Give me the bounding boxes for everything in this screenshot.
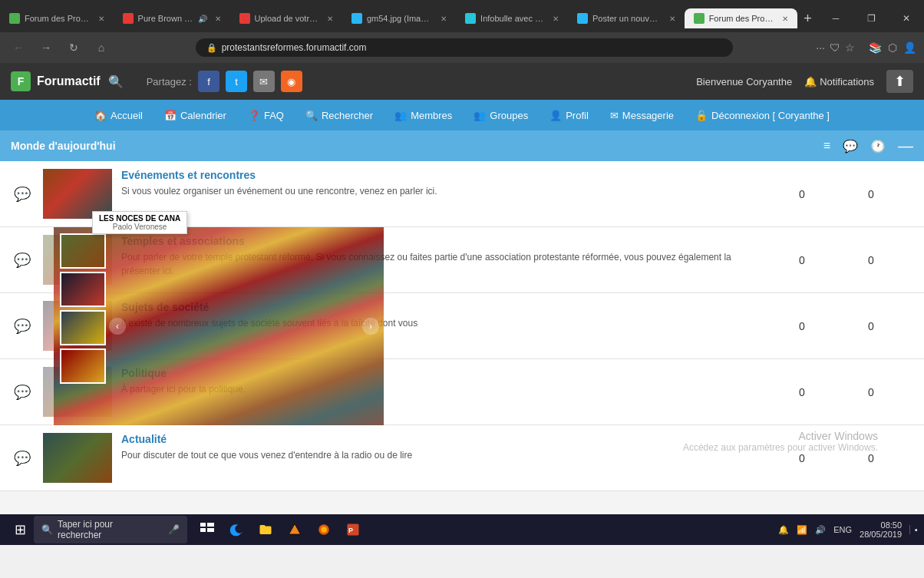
tooltip-subtitle: Paolo Veronese <box>99 223 180 231</box>
home-nav-icon: 🏠 <box>94 110 107 121</box>
home-button[interactable]: ⌂ <box>91 37 112 58</box>
svg-rect-0 <box>200 523 206 527</box>
section-title: Monde d'aujourd'hui <box>11 140 116 152</box>
nav-accueil-label: Accueil <box>111 110 143 121</box>
taskbar-app-firefox[interactable] <box>310 516 338 543</box>
taskbar-notification-icon[interactable]: 🔔 <box>778 525 789 535</box>
notifications-button[interactable]: 🔔 Notifications <box>804 76 874 88</box>
tab-1[interactable]: Forum des Prote... ✕ <box>0 8 114 28</box>
upload-button[interactable]: ⬆ <box>886 70 913 93</box>
svg-rect-1 <box>207 523 214 527</box>
forum-topbar: F Forumactif 🔍 Partagez : f t ✉ ◉ Bienve… <box>0 63 924 100</box>
taskbar-network-icon[interactable]: 📶 <box>797 525 807 535</box>
forum-counts-2: 0 0 <box>760 235 913 285</box>
back-button[interactable]: ← <box>8 37 29 58</box>
tab-close-4[interactable]: ✕ <box>441 15 447 23</box>
posts-icon: ≡ <box>823 139 830 153</box>
tab-favicon-5 <box>465 13 476 24</box>
nav-rechercher[interactable]: 🔍 Rechercher <box>295 102 384 129</box>
collapse-button[interactable]: — <box>898 137 913 155</box>
tab-favicon-1 <box>9 13 20 24</box>
share-section: Partagez : f t ✉ ◉ <box>147 71 302 92</box>
nav-accueil[interactable]: 🏠 Accueil <box>84 102 153 129</box>
deconnexion-icon: 🔓 <box>695 110 708 121</box>
forum-count2-2: 0 <box>860 254 883 266</box>
nav-deconnexion[interactable]: 🔓 Déconnexion [ Coryanthe ] <box>685 102 840 129</box>
nav-groupes-label: Groupes <box>490 110 528 121</box>
tab-favicon-6 <box>577 13 588 24</box>
taskbar-app-edge[interactable] <box>223 516 250 543</box>
search-placeholder: Taper ici pour rechercher <box>58 519 157 540</box>
tab-2[interactable]: Pure Brown N... 🔊 ✕ <box>114 8 230 28</box>
tab-6[interactable]: Poster un nouvea... ✕ <box>568 8 685 28</box>
share-rss-button[interactable]: ◉ <box>281 71 302 92</box>
tab-close-1[interactable]: ✕ <box>98 15 104 23</box>
topics-icon: 💬 <box>843 139 858 154</box>
share-twitter-button[interactable]: t <box>226 71 247 92</box>
nav-calendrier[interactable]: 📅 Calendrier <box>153 102 237 129</box>
main-content: Monde d'aujourd'hui ≡ 💬 🕐 — 💬 Evénements… <box>0 130 924 514</box>
nav-groupes[interactable]: 👥 Groupes <box>463 102 539 129</box>
tab-favicon-3 <box>239 13 250 24</box>
nav-profil[interactable]: 👤 Profil <box>539 102 599 129</box>
bookmark-icon[interactable]: ☆ <box>845 41 855 54</box>
taskbar-date-display: 28/05/2019 <box>860 530 902 539</box>
share-label: Partagez : <box>147 76 192 88</box>
more-options-button[interactable]: ··· <box>816 41 825 54</box>
forum-desc-3: Il existe de nombreux sujets de société … <box>121 316 751 330</box>
taskbar-app-taskview[interactable] <box>193 516 221 543</box>
forum-chat-icon-2: 💬 <box>11 235 34 285</box>
tab-4[interactable]: gm54.jpg (Image... ✕ <box>342 8 456 28</box>
nav-messagerie[interactable]: ✉ Messagerie <box>599 102 685 129</box>
forum-count2-5: 0 <box>860 452 883 464</box>
restore-button[interactable]: ❐ <box>853 5 889 32</box>
share-email-button[interactable]: ✉ <box>253 71 275 92</box>
forum-info-3: Sujets de société Il existe de nombreux … <box>121 301 751 351</box>
tab-label-1: Forum des Prote... <box>25 14 91 23</box>
profile-icon[interactable]: 👤 <box>903 41 916 54</box>
forum-name-3[interactable]: Sujets de société <box>121 301 751 313</box>
tab-label-4: gm54.jpg (Image... <box>367 14 433 23</box>
topbar-search-icon[interactable]: 🔍 <box>108 74 124 89</box>
taskbar-speaker-icon[interactable]: 🔊 <box>815 525 826 535</box>
reading-list-icon[interactable]: 📚 <box>869 41 882 54</box>
nav-membres-label: Membres <box>411 110 452 121</box>
share-facebook-button[interactable]: f <box>198 71 219 92</box>
taskbar-app-powerpoint[interactable]: P <box>339 516 367 543</box>
address-actions: ··· 🛡 ☆ <box>816 41 855 54</box>
forum-count1-1: 0 <box>790 188 813 200</box>
extensions-icon[interactable]: ⬡ <box>888 41 897 54</box>
tab-favicon-4 <box>351 13 362 24</box>
refresh-button[interactable]: ↻ <box>63 37 84 58</box>
nav-membres[interactable]: 👥 Membres <box>384 102 463 129</box>
forum-info-4: Politique À partager ici pour la politiq… <box>121 367 751 417</box>
tab-close-5[interactable]: ✕ <box>553 15 559 23</box>
taskbar-show-desktop[interactable]: ▪ <box>909 525 918 534</box>
tab-5[interactable]: Infobulle avec ef... ✕ <box>456 8 568 28</box>
forum-name-2[interactable]: Temples et associations <box>121 235 751 247</box>
start-button[interactable]: ⊞ <box>6 516 34 543</box>
audio-icon: 🔊 <box>198 15 207 23</box>
taskbar-search[interactable]: 🔍 Taper ici pour rechercher 🎤 <box>34 516 187 543</box>
painting-tooltip: LES NOCES DE CANA Paolo Veronese <box>92 211 187 234</box>
tab-close-6[interactable]: ✕ <box>669 15 675 23</box>
nav-faq[interactable]: ❓ FAQ <box>237 102 295 129</box>
forum-logo: F Forumactif <box>11 71 101 91</box>
address-field[interactable]: 🔒 protestantsreformes.forumactif.com <box>196 38 733 57</box>
forum-name-5[interactable]: Actualité <box>121 433 751 445</box>
tab-close-3[interactable]: ✕ <box>327 15 333 23</box>
tab-favicon-7 <box>694 13 705 24</box>
mic-icon[interactable]: 🎤 <box>168 524 180 535</box>
minimize-button[interactable]: ─ <box>818 5 853 32</box>
forum-name-1[interactable]: Evénements et rencontres <box>121 169 751 181</box>
forward-button[interactable]: → <box>35 37 57 58</box>
tab-7[interactable]: Forum des Prote... ✕ <box>685 8 798 28</box>
new-tab-button[interactable]: + <box>797 8 818 29</box>
tab-close-7[interactable]: ✕ <box>782 15 788 23</box>
forum-name-4[interactable]: Politique <box>121 367 751 379</box>
tab-close-2[interactable]: ✕ <box>215 15 221 23</box>
taskbar-app-vlc[interactable] <box>281 516 309 543</box>
tab-3[interactable]: Upload de votre ... ✕ <box>230 8 342 28</box>
close-button[interactable]: ✕ <box>889 5 924 32</box>
taskbar-app-explorer[interactable] <box>252 516 279 543</box>
